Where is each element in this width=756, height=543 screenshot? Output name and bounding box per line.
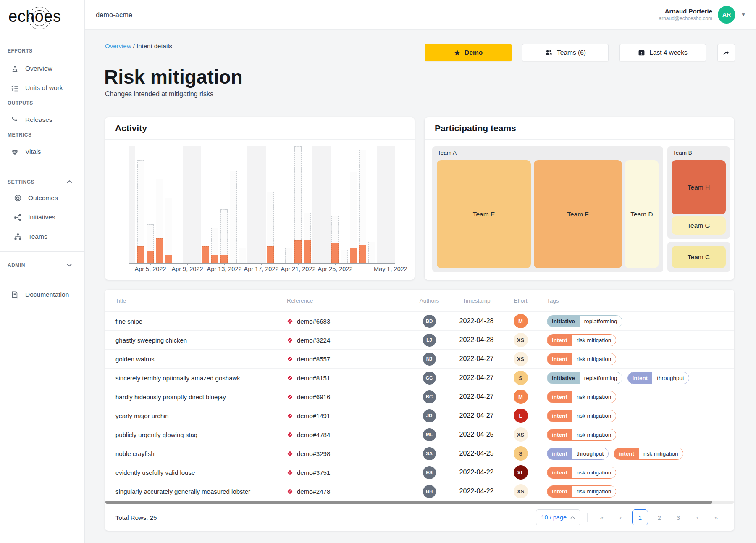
pagination-page-1[interactable]: 1	[632, 509, 648, 525]
sidebar-item-teams[interactable]: Teams	[0, 230, 84, 243]
section-label-admin[interactable]: ADMIN	[8, 262, 25, 268]
table-row[interactable]: ghastly sweeping chickendemo#3224LJ2022-…	[105, 330, 734, 349]
table-body: fine snipedemo#6683BD2022-04-28Minitiati…	[105, 311, 734, 501]
tag-pill[interactable]: intentrisk mitigation	[547, 391, 616, 403]
sidebar-item-documentation[interactable]: Documentation	[0, 288, 84, 301]
teams-filter-label: Teams (6)	[557, 49, 586, 56]
axis-tick-label: Apr 17, 2022	[244, 266, 278, 272]
row-reference[interactable]: demo#8557	[287, 356, 410, 363]
pagination-last-button[interactable]: »	[709, 510, 724, 525]
tag-pill[interactable]: intentrisk mitigation	[547, 429, 616, 441]
pagination-page-3[interactable]: 3	[671, 510, 686, 525]
pagination-next-button[interactable]: ›	[690, 510, 705, 525]
effort-badge: XL	[514, 465, 528, 480]
chevron-down-icon[interactable]	[66, 263, 72, 267]
treemap-tile-team-d[interactable]: Team D	[625, 160, 659, 268]
author-avatar[interactable]: NJ	[423, 353, 436, 366]
tag-pill[interactable]: intentrisk mitigation	[547, 467, 616, 479]
tag-pill[interactable]: intentrisk mitigation	[614, 448, 683, 460]
sidebar-item-vitals[interactable]: Vitals	[0, 145, 84, 158]
table-row[interactable]: evidently usefully valid lousedemo#3751E…	[105, 463, 734, 482]
treemap-tile-team-f[interactable]: Team F	[534, 160, 622, 268]
page-size-select[interactable]: 10 / page	[536, 509, 580, 525]
section-label-settings[interactable]: SETTINGS	[8, 179, 34, 185]
row-reference[interactable]: demo#3751	[287, 469, 410, 476]
row-tags: intentrisk mitigation	[536, 410, 734, 422]
table-row[interactable]: hardly hideously promptly direct bluejay…	[105, 387, 734, 406]
row-reference[interactable]: demo#3224	[287, 337, 410, 344]
sidebar-item-releases[interactable]: Releases	[0, 113, 84, 126]
avatar[interactable]: AR	[718, 6, 735, 24]
treemap-tile-team-c[interactable]: Team C	[672, 246, 726, 268]
treemap-tile-team-h[interactable]: Team H	[672, 160, 726, 214]
weekend-band	[377, 146, 395, 263]
tag-pill[interactable]: intentthroughput	[627, 372, 689, 384]
author-avatar[interactable]: ES	[423, 466, 436, 479]
table-row[interactable]: golden walrusdemo#8557NJ2022-04-27XSinte…	[105, 349, 734, 368]
table-row[interactable]: publicly urgently glowing stagdemo#4784M…	[105, 425, 734, 444]
echoes-logo[interactable]: echoes	[8, 8, 61, 26]
row-reference[interactable]: demo#1491	[287, 412, 410, 419]
table-row[interactable]: fine snipedemo#6683BD2022-04-28Minitiati…	[105, 311, 734, 330]
column-header-tags: Tags	[536, 298, 734, 304]
activity-card: Activity Apr 5, 2022Apr 9, 2022Apr 13, 2…	[105, 117, 415, 280]
author-avatar[interactable]: ML	[423, 428, 436, 441]
tag-pill[interactable]: intentrisk mitigation	[547, 334, 616, 346]
tag-pill[interactable]: intentrisk mitigation	[547, 485, 616, 498]
author-avatar[interactable]: GC	[423, 372, 436, 385]
tag-pill[interactable]: intentthroughput	[547, 448, 609, 460]
row-authors: GC	[410, 372, 448, 385]
row-effort: XL	[505, 465, 536, 480]
tag-pill[interactable]: initiativereplatforming	[547, 315, 622, 327]
treemap-tile-team-e[interactable]: Team E	[437, 160, 531, 268]
sidebar-item-outcomes[interactable]: Outcomes	[0, 192, 84, 204]
sidebar-item-initiatives[interactable]: Initiatives	[0, 211, 84, 224]
overview-icon	[11, 65, 19, 73]
sidebar: echoes EFFORTS Overview Units of work OU…	[0, 0, 85, 543]
table-row[interactable]: yearly major urchindemo#1491JD2022-04-27…	[105, 406, 734, 425]
row-reference[interactable]: demo#6683	[287, 318, 410, 325]
teams-filter-button[interactable]: Teams (6)	[522, 44, 609, 61]
row-reference[interactable]: demo#4784	[287, 431, 410, 438]
table-row[interactable]: singularly accurately generally measured…	[105, 482, 734, 501]
calendar-icon	[638, 49, 645, 56]
scrollbar-thumb[interactable]	[105, 501, 712, 504]
releases-icon	[11, 116, 19, 124]
pagination-prev-button[interactable]: ‹	[613, 510, 628, 525]
sidebar-item-units-of-work[interactable]: Units of work	[0, 82, 84, 94]
effort-badge: M	[514, 314, 528, 328]
chevron-down-icon[interactable]: ▼	[741, 12, 746, 18]
author-avatar[interactable]: JD	[423, 409, 436, 422]
treemap-tile-team-g[interactable]: Team G	[672, 216, 726, 235]
row-reference[interactable]: demo#6916	[287, 393, 410, 401]
section-label-metrics: METRICS	[8, 132, 32, 138]
author-avatar[interactable]: BD	[423, 315, 436, 328]
tag-pill[interactable]: initiativereplatforming	[547, 372, 622, 384]
reference-id: demo#8557	[297, 356, 330, 363]
author-avatar[interactable]: LJ	[423, 334, 436, 347]
author-avatar[interactable]: BH	[423, 485, 436, 498]
tag-value: risk mitigation	[639, 448, 683, 459]
row-tags: intentthroughputintentrisk mitigation	[536, 448, 734, 460]
column-header-authors: Authors	[410, 298, 448, 304]
demo-button[interactable]: ★ Demo	[425, 44, 512, 61]
axis-tick	[224, 264, 225, 265]
table-row[interactable]: sincerely terribly optionally amazed gos…	[105, 368, 734, 387]
pagination-first-button[interactable]: «	[594, 510, 609, 525]
author-avatar[interactable]: BC	[423, 390, 436, 403]
table-row[interactable]: noble crayfishdemo#3298SA2022-04-25Sinte…	[105, 444, 734, 463]
author-avatar[interactable]: SA	[423, 447, 436, 460]
tag-pill[interactable]: intentrisk mitigation	[547, 410, 616, 422]
user-menu[interactable]: Arnaud Porterie arnaud@echoeshq.com AR ▼	[659, 6, 746, 24]
row-reference[interactable]: demo#2478	[287, 488, 410, 495]
activity-chart-axis	[129, 263, 395, 264]
sidebar-item-overview[interactable]: Overview	[0, 62, 84, 75]
row-reference[interactable]: demo#3298	[287, 450, 410, 457]
breadcrumb-overview-link[interactable]: Overview	[105, 42, 131, 50]
pagination-page-2[interactable]: 2	[652, 510, 667, 525]
share-button[interactable]	[717, 44, 735, 61]
chevron-up-icon[interactable]	[66, 180, 72, 184]
period-filter-button[interactable]: Last 4 weeks	[620, 44, 706, 61]
row-reference[interactable]: demo#8151	[287, 374, 410, 382]
tag-pill[interactable]: intentrisk mitigation	[547, 353, 616, 365]
